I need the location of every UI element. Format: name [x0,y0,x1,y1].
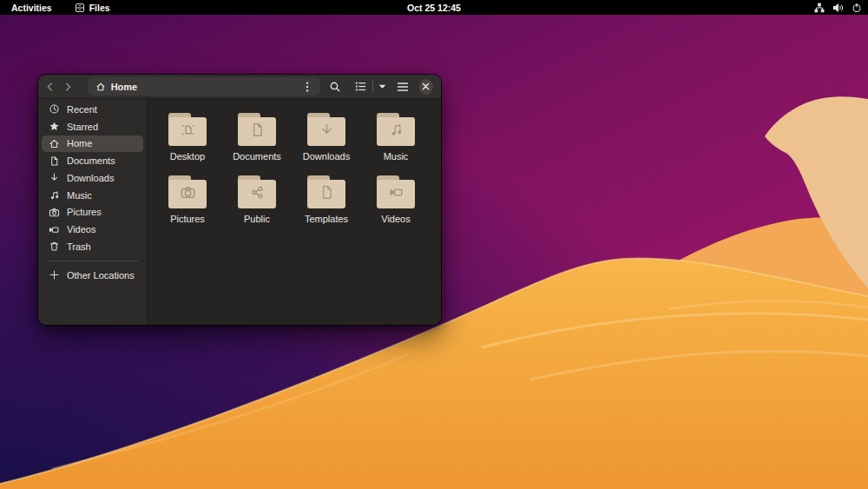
share-emblem-icon [238,182,276,202]
sidebar-item-label: Downloads [67,173,114,183]
chevron-down-icon [378,84,386,89]
sidebar-item-trash[interactable]: Trash [42,238,143,255]
video-camera-icon [48,224,60,235]
files-app-icon [75,3,85,13]
sidebar-item-documents[interactable]: Documents [42,152,143,169]
sidebar-item-label: Home [67,138,92,149]
camera-emblem-icon [168,182,207,202]
sidebar-item-home[interactable]: Home [42,135,143,153]
document-icon [48,155,60,167]
hamburger-menu-icon [397,82,409,92]
folder-item-desktop[interactable]: Desktop [153,106,222,169]
sidebar-item-label: Pictures [67,207,102,217]
sidebar-item-music[interactable]: Music [42,187,143,204]
sidebar-item-label: Trash [67,241,91,252]
view-options-dropdown[interactable] [375,77,389,96]
folder-item-templates[interactable]: Templates [292,169,361,231]
app-name-label: Files [89,3,110,13]
sidebar-item-label: Videos [67,224,95,235]
clock[interactable]: Oct 25 12:45 [0,3,868,13]
focused-app-button[interactable]: Files [71,0,114,15]
power-icon [852,3,862,13]
file-browser-pane[interactable]: DesktopDocumentsDownloadsMusicPicturesPu… [148,99,441,325]
folder-label: Pictures [170,214,205,224]
sidebar-item-label: Starred [67,122,98,132]
folder-icon [307,175,345,208]
forward-button[interactable] [59,77,76,96]
music-emblem-icon [377,120,415,140]
folder-item-downloads[interactable]: Downloads [292,106,361,169]
sidebar-item-videos[interactable]: Videos [42,221,143,238]
plus-icon [48,269,60,281]
folder-label: Desktop [170,151,205,162]
sidebar-item-downloads[interactable]: Downloads [42,169,143,187]
system-status-area[interactable] [814,0,862,15]
list-view-button[interactable] [350,77,371,96]
path-bar[interactable]: Home [88,77,320,96]
close-icon [422,83,430,90]
sidebar-item-label: Music [67,190,92,201]
desktop: Activities Files Oct 25 12:45 [0,0,868,489]
list-view-icon [355,81,366,92]
activities-button[interactable]: Activities [8,0,56,15]
back-arrow-icon [44,81,56,93]
sidebar-item-label: Other Locations [67,270,135,281]
trash-icon [48,241,60,252]
music-note-icon [48,189,60,201]
folder-item-public[interactable]: Public [222,169,292,231]
search-icon [329,81,341,93]
desktop-emblem-icon [168,120,207,140]
sidebar-item-other-locations[interactable]: Other Locations [42,267,143,284]
document-emblem-icon [238,120,276,140]
folder-item-documents[interactable]: Documents [222,106,292,169]
folder-item-music[interactable]: Music [361,106,431,169]
sidebar-item-pictures[interactable]: Pictures [42,204,143,221]
forward-arrow-icon [62,81,74,93]
location-options-button[interactable] [297,77,318,96]
template-emblem-icon [307,182,345,202]
home-icon [48,138,60,149]
back-button[interactable] [42,77,59,96]
folder-icon [238,175,276,208]
folder-item-pictures[interactable]: Pictures [153,169,222,231]
folder-label: Documents [233,151,281,162]
volume-icon [832,3,844,13]
search-button[interactable] [326,77,345,96]
folder-icon [377,175,415,208]
header-bar: Home [38,75,441,99]
network-icon [814,3,825,13]
current-location-label: Home [111,82,138,92]
folder-label: Public [244,214,270,224]
close-window-button[interactable] [419,79,433,95]
video-emblem-icon [377,182,415,202]
sidebar-item-starred[interactable]: Starred [42,118,143,135]
files-window: Home [38,75,441,325]
main-menu-button[interactable] [393,77,412,96]
home-icon [95,82,106,92]
folder-icon [238,113,276,146]
sidebar-item-label: Documents [67,155,115,166]
folder-icon [168,175,207,208]
folder-icon [168,113,207,146]
clock-icon [48,103,60,115]
activities-label: Activities [11,3,52,13]
sidebar: RecentStarredHomeDocumentsDownloadsMusic… [38,99,148,325]
folder-label: Music [384,151,409,162]
star-icon [48,121,60,132]
folder-label: Videos [381,214,410,224]
sidebar-separator [47,261,138,261]
sidebar-item-recent[interactable]: Recent [42,101,143,118]
folder-grid: DesktopDocumentsDownloadsMusicPicturesPu… [148,99,441,231]
kebab-menu-icon [306,81,309,93]
download-icon [48,172,60,183]
folder-label: Downloads [303,151,350,162]
folder-label: Templates [305,214,348,224]
folder-icon [307,113,345,146]
top-bar: Activities Files Oct 25 12:45 [0,0,868,15]
download-emblem-icon [307,120,345,140]
folder-icon [377,113,415,146]
view-toggle-separator [372,81,373,92]
sidebar-item-label: Recent [67,104,97,115]
folder-item-videos[interactable]: Videos [361,169,431,231]
view-toggle-button[interactable] [350,77,389,96]
